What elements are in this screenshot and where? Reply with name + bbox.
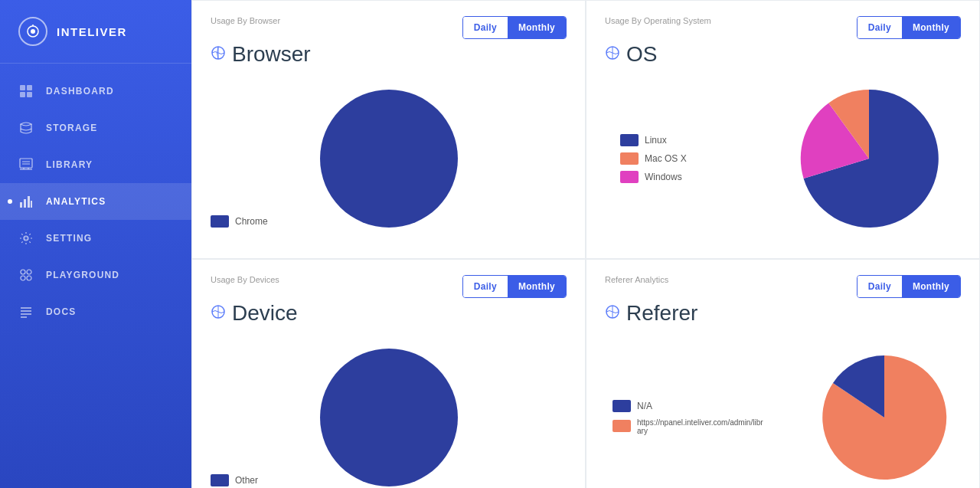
browser-chart-body: Chrome bbox=[211, 74, 567, 243]
os-title-icon bbox=[605, 45, 620, 64]
sidebar-item-playground[interactable]: PLAYGROUND bbox=[0, 257, 191, 293]
device-monthly-btn[interactable]: Monthly bbox=[508, 276, 566, 297]
os-monthly-btn[interactable]: Monthly bbox=[902, 17, 960, 38]
sidebar: INTELIVER DASHBOARD STOR bbox=[0, 0, 191, 488]
logo-icon bbox=[18, 17, 47, 46]
sidebar-item-library[interactable]: LIBRARY bbox=[0, 146, 191, 183]
os-legend-linux: Linux bbox=[620, 134, 687, 146]
browser-chart-card: Usage By Browser Daily Monthly Browser bbox=[191, 0, 586, 259]
sidebar-item-analytics-label: ANALYTICS bbox=[46, 196, 106, 207]
na-label: N/A bbox=[637, 401, 652, 411]
browser-monthly-btn[interactable]: Monthly bbox=[508, 17, 566, 38]
os-subtitle: Usage By Operating System bbox=[605, 16, 711, 25]
device-legend: Other bbox=[211, 474, 258, 486]
browser-legend-chrome: Chrome bbox=[211, 215, 268, 228]
svg-rect-5 bbox=[20, 92, 25, 97]
os-pie-chart-v2 bbox=[792, 82, 946, 235]
sidebar-item-storage-label: STORAGE bbox=[46, 123, 98, 133]
referer-title-icon bbox=[605, 304, 620, 323]
svg-point-20 bbox=[27, 270, 31, 274]
sidebar-item-analytics[interactable]: ANALYTICS bbox=[0, 183, 191, 220]
sidebar-item-storage[interactable]: STORAGE bbox=[0, 110, 191, 146]
svg-point-29 bbox=[320, 90, 458, 228]
windows-label: Windows bbox=[645, 172, 682, 182]
device-chart-header: Usage By Devices Daily Monthly bbox=[211, 275, 567, 298]
os-chart-body: Linux Mac OS X Windows bbox=[605, 74, 961, 243]
os-chart-card: Usage By Operating System Daily Monthly … bbox=[586, 0, 980, 259]
browser-pie-chart bbox=[312, 82, 466, 235]
svg-point-19 bbox=[21, 270, 25, 274]
sidebar-item-docs[interactable]: DOCS bbox=[0, 293, 191, 330]
browser-chart-title: Browser bbox=[232, 42, 311, 67]
referer-title-row: Referer bbox=[605, 301, 961, 326]
browser-toggle-group: Daily Monthly bbox=[462, 16, 567, 39]
browser-chart-header: Usage By Browser Daily Monthly bbox=[211, 16, 567, 39]
browser-legend: Chrome bbox=[211, 215, 268, 228]
os-title-row: OS bbox=[605, 42, 961, 67]
os-daily-btn[interactable]: Daily bbox=[858, 17, 902, 38]
device-subtitle: Usage By Devices bbox=[211, 275, 279, 284]
na-swatch bbox=[612, 400, 631, 412]
device-chart-body: Other bbox=[211, 333, 567, 488]
sidebar-item-dashboard[interactable]: DASHBOARD bbox=[0, 73, 191, 110]
svg-rect-13 bbox=[20, 202, 22, 208]
browser-daily-btn[interactable]: Daily bbox=[463, 17, 508, 38]
referer-chart-card: Referer Analytics Daily Monthly Referer … bbox=[586, 259, 980, 488]
svg-point-18 bbox=[24, 237, 28, 240]
referer-subtitle: Referer Analytics bbox=[605, 275, 668, 284]
storage-icon bbox=[18, 120, 34, 136]
dashboard-icon bbox=[18, 84, 34, 99]
browser-title-icon bbox=[211, 45, 226, 64]
svg-rect-15 bbox=[28, 196, 30, 208]
sidebar-nav: DASHBOARD STORAGE bbox=[0, 64, 191, 488]
sidebar-item-library-label: LIBRARY bbox=[46, 159, 93, 170]
svg-point-21 bbox=[21, 276, 25, 280]
chrome-label: Chrome bbox=[235, 216, 268, 227]
svg-point-1 bbox=[31, 29, 35, 34]
svg-point-22 bbox=[27, 276, 31, 280]
os-legend: Linux Mac OS X Windows bbox=[620, 134, 687, 183]
main-content: Usage By Browser Daily Monthly Browser bbox=[191, 0, 980, 488]
referer-chart-title: Referer bbox=[626, 301, 697, 326]
referer-toggle-group: Daily Monthly bbox=[857, 275, 961, 298]
referer-chart-header: Referer Analytics Daily Monthly bbox=[605, 275, 961, 298]
svg-rect-4 bbox=[27, 85, 32, 90]
sidebar-item-playground-label: PLAYGROUND bbox=[46, 270, 119, 280]
device-title-icon bbox=[211, 304, 226, 323]
device-pie-chart bbox=[312, 341, 466, 488]
referer-legend-na: N/A bbox=[612, 400, 766, 412]
linux-label: Linux bbox=[645, 135, 667, 146]
os-chart-title: OS bbox=[626, 42, 657, 67]
setting-icon bbox=[18, 231, 34, 246]
device-legend-other: Other bbox=[211, 474, 258, 486]
svg-rect-16 bbox=[31, 201, 32, 208]
sidebar-logo-text: INTELIVER bbox=[57, 25, 127, 38]
other-label: Other bbox=[235, 475, 258, 486]
sidebar-item-dashboard-label: DASHBOARD bbox=[46, 86, 114, 97]
browser-title-row: Browser bbox=[211, 42, 567, 67]
svg-rect-3 bbox=[20, 85, 25, 90]
svg-rect-14 bbox=[24, 199, 26, 208]
os-legend-windows: Windows bbox=[620, 171, 687, 183]
sidebar-item-setting-label: SETTING bbox=[46, 233, 92, 244]
referer-daily-btn[interactable]: Daily bbox=[858, 276, 902, 297]
browser-subtitle: Usage By Browser bbox=[211, 16, 280, 25]
mac-swatch bbox=[620, 152, 639, 165]
svg-rect-7 bbox=[20, 159, 32, 168]
referer-monthly-btn[interactable]: Monthly bbox=[902, 276, 960, 297]
svg-point-34 bbox=[320, 349, 458, 486]
device-chart-title: Device bbox=[232, 301, 298, 326]
svg-rect-6 bbox=[27, 92, 32, 97]
device-chart-card: Usage By Devices Daily Monthly Device Ot… bbox=[191, 259, 586, 488]
referer-legend: N/A https://npanel.inteliver.com/admin/l… bbox=[612, 400, 766, 435]
chrome-swatch bbox=[211, 215, 229, 228]
other-swatch bbox=[211, 474, 229, 486]
device-title-row: Device bbox=[211, 301, 567, 326]
sidebar-item-setting[interactable]: SETTING bbox=[0, 220, 191, 257]
device-daily-btn[interactable]: Daily bbox=[463, 276, 508, 297]
referer-pie-chart bbox=[815, 349, 953, 486]
sidebar-logo: INTELIVER bbox=[0, 0, 191, 64]
linux-swatch bbox=[620, 134, 639, 146]
device-toggle-group: Daily Monthly bbox=[462, 275, 567, 298]
docs-icon bbox=[18, 304, 34, 319]
